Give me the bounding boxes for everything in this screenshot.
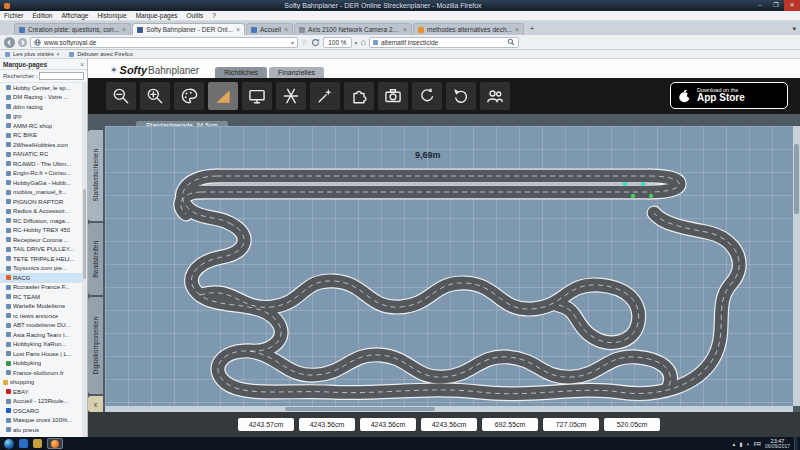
bookmark-item[interactable]: AMM-RC shop — [0, 121, 82, 131]
back-button[interactable] — [4, 37, 15, 48]
category-tab-close[interactable]: x — [88, 396, 103, 412]
tab-list-button[interactable]: ▾ — [792, 23, 796, 35]
taskbar-clock[interactable]: 23:47 06/09/2017 — [765, 438, 790, 450]
menu-item-1[interactable]: Édition — [33, 12, 53, 19]
internet-explorer-icon[interactable] — [19, 439, 28, 448]
category-tab-0[interactable]: Standardschienen — [88, 130, 103, 221]
undo-button[interactable] — [446, 82, 476, 110]
bookmark-item[interactable]: Hobbyking XaRun... — [0, 340, 82, 350]
zoom-level[interactable]: 100 % — [323, 37, 351, 48]
browser-tab[interactable]: Axis 2100 Network Camera 2.43× — [294, 23, 412, 35]
browser-tab[interactable]: Softy Bahnplaner - DER Onl...× — [132, 23, 245, 35]
bookmark-item[interactable]: EBAY — [0, 387, 82, 397]
home-button[interactable]: ⌂ — [361, 37, 366, 48]
tab-close-icon[interactable]: × — [403, 26, 407, 33]
ruler-button[interactable] — [208, 82, 238, 110]
bookmark-item[interactable]: Radios & Accessoir... — [0, 207, 82, 217]
bookmark-item[interactable]: RACG — [0, 273, 82, 283]
bookmarks-bar-item[interactable]: Les plus visités▾ — [5, 51, 59, 57]
zoom-dropdown-icon[interactable]: ▾ — [355, 39, 358, 46]
car-marker[interactable] — [641, 182, 645, 186]
url-bar[interactable]: www.softyroyal.de ▾ — [30, 37, 298, 48]
bookmark-item[interactable]: RC TEAM — [0, 292, 82, 302]
bookmark-item[interactable]: ddm racing — [0, 102, 82, 112]
bookmark-item[interactable]: alo pneus — [0, 425, 82, 435]
bookmark-item[interactable]: rc news annonce — [0, 311, 82, 321]
forward-button[interactable] — [18, 38, 27, 47]
tab-close-icon[interactable]: × — [236, 26, 240, 33]
bookmark-item[interactable]: Rccrawler France F... — [0, 283, 82, 293]
zoom-in-button[interactable] — [140, 82, 170, 110]
bookmark-item[interactable]: France-slotforum.fr — [0, 368, 82, 378]
search-bar[interactable]: alternatif insecticide — [369, 37, 519, 48]
bookmark-item[interactable]: Engin-Rc.fr • Consu... — [0, 169, 82, 179]
bookmark-item[interactable]: Toysonics.com pie... — [0, 264, 82, 274]
bookmark-item[interactable]: Accueil - 123Roule... — [0, 397, 82, 407]
sidebar-scrollbar[interactable] — [82, 83, 87, 437]
bookmark-item[interactable]: PIGNON RAPTOR — [0, 197, 82, 207]
track-drawing[interactable] — [105, 126, 793, 406]
network-icon[interactable]: ▮ — [739, 441, 742, 447]
bookmark-star-icon[interactable]: ☆ — [301, 37, 308, 48]
menu-item-0[interactable]: Fichier — [4, 12, 24, 19]
puzzle-button[interactable] — [344, 82, 374, 110]
menu-item-3[interactable]: Historique — [97, 12, 126, 19]
start-button[interactable] — [4, 439, 14, 449]
bookmark-item[interactable]: Hobbyking — [0, 359, 82, 369]
new-tab-button[interactable]: + — [525, 23, 539, 35]
menu-item-4[interactable]: Marque-pages — [136, 12, 178, 19]
bookmarks-search-input[interactable] — [39, 72, 84, 80]
vertical-scrollbar[interactable] — [793, 126, 800, 406]
people-button[interactable] — [480, 82, 510, 110]
bookmark-item[interactable]: Masque cross 100%... — [0, 416, 82, 426]
palette-button[interactable] — [174, 82, 204, 110]
bookmark-item[interactable]: grp — [0, 112, 82, 122]
tools-button[interactable] — [276, 82, 306, 110]
firefox-taskbar-button[interactable] — [47, 438, 63, 449]
show-desktop-button[interactable] — [794, 437, 798, 450]
bookmark-item[interactable]: Asia Racing Team I... — [0, 330, 82, 340]
folder-icon[interactable] — [33, 439, 42, 448]
bookmark-item[interactable]: 2WheelHobbies.com — [0, 140, 82, 150]
bookmark-item[interactable]: Wartelle Modelisme — [0, 302, 82, 312]
bookmark-item[interactable]: DM Racing - Votre ... — [0, 93, 82, 103]
bookmark-item[interactable]: FANATIC RC — [0, 150, 82, 160]
rotate-button[interactable] — [412, 82, 442, 110]
maximize-button[interactable]: ❐ — [768, 0, 784, 11]
app-tab-richtliches[interactable]: Richtliches — [215, 67, 267, 78]
menu-item-6[interactable]: ? — [212, 12, 216, 19]
bookmark-item[interactable]: ABT modelisme DU... — [0, 321, 82, 331]
bookmark-item[interactable]: HobbyGaGa - Hobb... — [0, 178, 82, 188]
bookmark-item[interactable]: Hobby Center, le sp... — [0, 83, 82, 93]
search-icon[interactable] — [507, 38, 515, 46]
browser-tab[interactable]: methodes alternatives dech...× — [413, 23, 524, 35]
app-tab-finanzielles[interactable]: Finanzielles — [269, 67, 324, 78]
browser-tab[interactable]: Accueil× — [246, 23, 293, 35]
tab-close-icon[interactable]: × — [122, 26, 126, 33]
bookmark-item[interactable]: RC-Hobby TREX 450 — [0, 226, 82, 236]
tab-close-icon[interactable]: × — [284, 26, 288, 33]
menu-item-2[interactable]: Affichage — [61, 12, 88, 19]
screen-button[interactable] — [242, 82, 272, 110]
tab-close-icon[interactable]: × — [515, 26, 519, 33]
bookmark-item[interactable]: TAIL DRIVE PULLEY... — [0, 245, 82, 255]
bookmark-item[interactable]: RC Diffusion, maga... — [0, 216, 82, 226]
category-tab-1[interactable]: Randstreifen — [88, 223, 103, 294]
bookmark-item[interactable]: mobius_manuel_fr... — [0, 188, 82, 198]
bookmark-item[interactable]: RC BIKE — [0, 131, 82, 141]
close-button[interactable]: ✕ — [784, 0, 800, 11]
bookmark-item[interactable]: TETE TRIPALE HELI... — [0, 254, 82, 264]
tray-expand-icon[interactable]: ▴ — [733, 441, 736, 447]
app-store-badge[interactable]: Download on the App Store — [670, 82, 788, 109]
volume-icon[interactable]: ◖ — [746, 441, 749, 447]
bookmarks-bar-item[interactable]: Débuter avec Firefox — [69, 51, 133, 57]
car-marker[interactable] — [623, 182, 627, 186]
wand-button[interactable] — [310, 82, 340, 110]
menu-item-5[interactable]: Outils — [187, 12, 204, 19]
zoom-out-button[interactable] — [106, 82, 136, 110]
bookmark-item[interactable]: OSCARO — [0, 406, 82, 416]
camera-button[interactable] — [378, 82, 408, 110]
bookmark-item[interactable]: Recepteur Corona ... — [0, 235, 82, 245]
bookmark-item[interactable]: RCAWD - The Ultim... — [0, 159, 82, 169]
track-canvas[interactable]: 9,69m — [105, 126, 793, 406]
